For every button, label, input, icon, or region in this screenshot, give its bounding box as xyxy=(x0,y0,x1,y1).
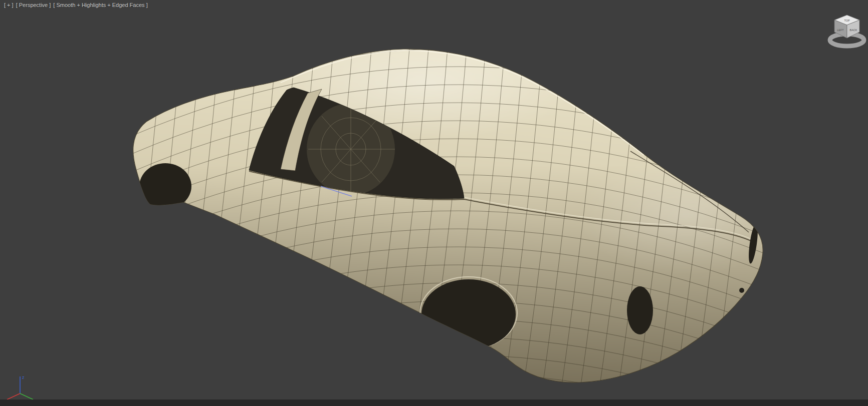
viewport-shading-menu[interactable]: [ Smooth + Highlights + Edged Faces ] xyxy=(53,2,147,9)
y-axis-line xyxy=(20,393,33,399)
viewport-maximize-menu[interactable]: [ + ] xyxy=(4,2,14,9)
far-rear-wheel-arch xyxy=(627,286,653,334)
rear-panel-recess xyxy=(739,288,744,293)
car-body-mesh[interactable] xyxy=(100,25,802,406)
viewcube-label-right: BACK xyxy=(850,29,857,32)
x-axis-line xyxy=(7,393,20,399)
rear-wheel-arch xyxy=(421,279,516,349)
viewcube-label-top: TOP xyxy=(844,19,850,22)
viewport-view-menu[interactable]: [ Perspective ] xyxy=(16,2,51,9)
viewcube-label-left: LEFT xyxy=(837,29,844,32)
view-cube[interactable]: TOP LEFT BACK xyxy=(830,15,864,46)
viewport[interactable]: TOP LEFT BACK z x y [ + ] [ Perspective … xyxy=(0,0,868,406)
z-axis-label: z xyxy=(22,375,25,380)
viewport-label: [ + ] [ Perspective ] [ Smooth + Highlig… xyxy=(4,2,148,9)
deck-highlight xyxy=(576,155,797,275)
viewport-canvas[interactable]: TOP LEFT BACK z x y xyxy=(0,0,868,406)
viewport-bottom-edge xyxy=(0,399,868,406)
